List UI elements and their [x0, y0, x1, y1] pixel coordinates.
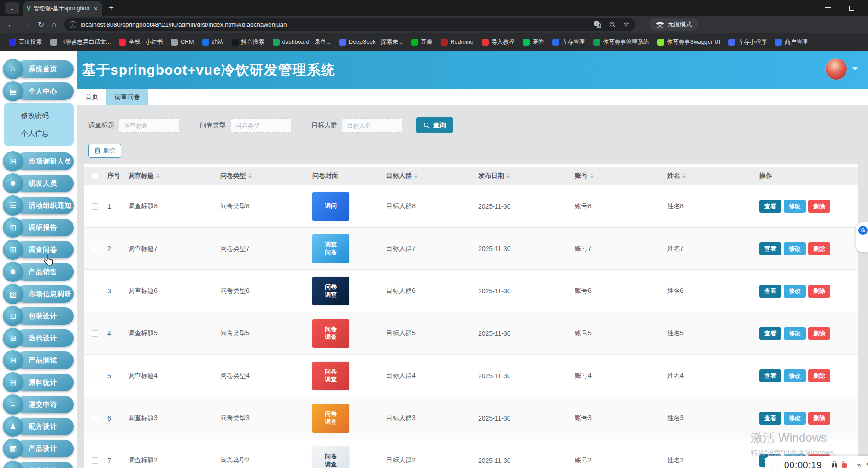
bookmark-item[interactable]: DeepSeek - 探索未... — [335, 37, 406, 47]
translate-icon[interactable]: 文A — [594, 21, 601, 28]
edit-button[interactable]: 修改 — [784, 412, 806, 425]
row-checkbox[interactable] — [92, 203, 98, 210]
search-input-audience[interactable] — [342, 118, 403, 133]
row-checkbox[interactable] — [92, 415, 98, 421]
sidebar-item-2[interactable]: ▤个人中心 — [0, 82, 77, 100]
reload-button[interactable]: ↻ — [38, 21, 44, 29]
bookmark-item[interactable]: 商户管理 — [771, 37, 811, 47]
row-checkbox[interactable] — [92, 373, 98, 379]
bookmark-item[interactable]: 体育赛事Swagger UI — [654, 37, 724, 47]
row-checkbox[interactable] — [92, 330, 98, 337]
edit-button[interactable]: 修改 — [784, 285, 806, 298]
sort-carets-icon[interactable] — [414, 171, 418, 181]
annotate-pencil-icon[interactable]: ✎ — [866, 461, 868, 468]
grid-icon: ⊞ — [3, 240, 23, 260]
sidebar-item-11[interactable]: ⊞迭代设计 — [0, 329, 77, 347]
sort-carets-icon[interactable] — [156, 171, 160, 181]
select-all-checkbox[interactable] — [92, 173, 98, 179]
row-checkbox[interactable] — [92, 246, 98, 252]
site-info-icon[interactable]: i — [70, 21, 76, 28]
row-checkbox[interactable] — [92, 457, 98, 464]
sort-carets-icon[interactable] — [590, 171, 594, 181]
bookmark-item[interactable]: 豆瓣 — [408, 37, 436, 47]
edit-button[interactable]: 修改 — [784, 200, 806, 213]
sidebar-item-7[interactable]: ⊞调查问卷 — [0, 241, 77, 258]
sidebar-pill: 研发人员 — [16, 175, 74, 192]
screenshot-camera-icon[interactable] — [857, 462, 861, 468]
sidebar-subitem[interactable]: 修改密码 — [4, 106, 74, 124]
delete-button[interactable]: 删除 — [808, 412, 830, 425]
sidebar-item-8[interactable]: ☻产品销售 — [0, 263, 77, 281]
edit-button[interactable]: 修改 — [784, 242, 806, 255]
delete-button[interactable]: 删除 — [808, 369, 830, 382]
view-button[interactable]: 查看 — [759, 369, 781, 382]
bookmark-item[interactable]: 库存小程序 — [725, 37, 771, 47]
tab-home[interactable]: 首页 — [77, 89, 106, 105]
bookmark-item[interactable]: 抖音搜索 — [228, 37, 268, 47]
view-button[interactable]: 查看 — [759, 200, 781, 213]
bookmark-item[interactable]: dashboard - 录单... — [269, 37, 335, 47]
sidebar-subitem[interactable]: 个人信息 — [4, 124, 74, 142]
sidebar-item-10[interactable]: ⊡包装设计 — [0, 307, 77, 325]
minimize-button[interactable] — [825, 7, 831, 8]
sidebar-item-12[interactable]: ⊞产品测试 — [0, 351, 77, 369]
sidebar-item-14[interactable]: ≡递交申请 — [0, 396, 77, 413]
bookmark-item[interactable]: CRM — [167, 37, 197, 47]
back-button[interactable]: ← — [7, 21, 15, 29]
bookmark-star-icon[interactable]: ☆ — [623, 20, 629, 29]
tab-diaochawenjuan[interactable]: 调查问卷 — [106, 89, 148, 105]
view-button[interactable]: 查看 — [759, 285, 781, 298]
sidebar-item-6[interactable]: ⊞调研报告 — [0, 219, 77, 236]
search-input-type[interactable] — [230, 118, 291, 133]
address-bar[interactable]: i localhost:8080/springboot48n21yi0/admi… — [64, 18, 635, 31]
edit-button[interactable]: 修改 — [784, 369, 806, 382]
sidebar-item-9[interactable]: ▧市场信息调研 — [0, 285, 77, 303]
delete-button[interactable]: 删除 — [808, 327, 830, 340]
extension-floating-button[interactable]: G — [856, 222, 868, 252]
bulk-delete-button[interactable]: 删除 — [88, 144, 121, 158]
bookmark-item[interactable]: 导入教程 — [478, 37, 518, 47]
sidebar-item-17[interactable]: ◫递交结果 — [0, 462, 77, 468]
bookmark-item[interactable]: 爱降 — [519, 37, 548, 47]
view-button[interactable]: 查看 — [759, 242, 781, 255]
bookmark-item[interactable]: 库存管理 — [549, 37, 589, 47]
view-button[interactable]: 查看 — [759, 412, 781, 425]
bookmark-item[interactable]: 《聊斋志异白话文... — [47, 37, 114, 47]
bookmark-item[interactable]: 建站 — [199, 37, 227, 47]
sidebar-item-4[interactable]: ☻研发人员 — [0, 175, 77, 192]
search-button[interactable]: 查询 — [416, 117, 453, 133]
home-button[interactable]: ⌂ — [52, 21, 56, 29]
bookmark-item[interactable]: Redmine — [437, 37, 477, 47]
sidebar-item-15[interactable]: ♟配方设计 — [0, 418, 77, 435]
sidebar-item-1[interactable]: ⌂系统首页 — [0, 60, 77, 78]
stop-recording-button[interactable] — [842, 461, 847, 468]
bookmark-item[interactable]: 百度搜索 — [6, 37, 46, 47]
delete-button[interactable]: 删除 — [808, 242, 830, 255]
sort-carets-icon[interactable] — [682, 171, 686, 181]
bookmark-item[interactable]: 全栈 - 小红书 — [115, 37, 166, 47]
new-tab-button[interactable]: + — [109, 3, 114, 13]
sort-carets-icon[interactable] — [506, 171, 510, 181]
bookmark-item[interactable]: 体育赛事管理系统 — [590, 37, 653, 47]
search-input-title[interactable] — [119, 118, 180, 133]
tab-close-button[interactable]: × — [93, 5, 99, 12]
pause-button[interactable] — [832, 461, 837, 468]
sort-carets-icon[interactable] — [248, 171, 252, 181]
edit-button[interactable]: 修改 — [784, 327, 806, 340]
row-checkbox[interactable] — [92, 288, 98, 294]
sidebar-item-16[interactable]: ▦产品设计 — [0, 440, 77, 457]
avatar-dropdown-caret-icon[interactable] — [852, 67, 858, 73]
delete-button[interactable]: 删除 — [808, 285, 830, 298]
sidebar-item-5[interactable]: ☰活动组织通知 — [0, 197, 77, 214]
tab-search-button[interactable]: ⌄ — [5, 2, 19, 14]
avatar[interactable] — [826, 58, 847, 80]
restore-button[interactable] — [849, 6, 854, 11]
zoom-out-icon[interactable] — [609, 21, 616, 28]
view-button[interactable]: 查看 — [759, 327, 781, 340]
sidebar-item-13[interactable]: ⊞原料统计 — [0, 374, 77, 391]
delete-button[interactable]: 删除 — [808, 200, 830, 213]
sidebar-item-3[interactable]: ⊞市场调研人员 — [0, 152, 77, 170]
forward-button[interactable]: → — [23, 21, 30, 29]
drag-handle[interactable]: ⋮⋮ — [769, 462, 779, 468]
browser-tab[interactable]: V 管理端-基于springboot+vue冷 × — [23, 1, 102, 16]
